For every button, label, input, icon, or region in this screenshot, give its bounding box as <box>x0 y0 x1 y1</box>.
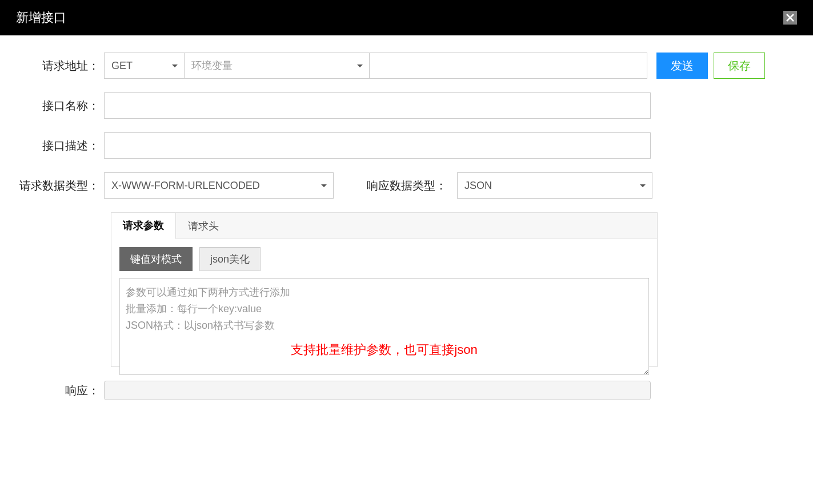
json-beautify-button[interactable]: json美化 <box>199 247 261 271</box>
tab-request-params[interactable]: 请求参数 <box>111 213 176 239</box>
api-name-row: 接口名称： <box>6 92 796 119</box>
tabs-body: 键值对模式 json美化 支持批量维护参数，也可直接json <box>111 239 657 366</box>
url-input[interactable] <box>370 53 647 79</box>
api-desc-input[interactable] <box>104 132 651 159</box>
res-data-type-select[interactable]: JSON <box>457 172 652 199</box>
params-textarea[interactable] <box>119 278 649 375</box>
env-select[interactable]: 环境变量 <box>185 53 370 79</box>
save-button[interactable]: 保存 <box>714 53 765 79</box>
res-data-type-label: 响应数据类型： <box>334 178 457 193</box>
request-url-row: 请求地址： GET 环境变量 发送 保存 <box>6 53 796 79</box>
response-row: 响应： <box>6 381 796 400</box>
method-select[interactable]: GET <box>104 53 185 79</box>
api-name-label: 接口名称： <box>6 98 104 114</box>
response-label: 响应： <box>6 383 104 398</box>
request-url-inputs: GET 环境变量 发送 保存 <box>104 53 796 79</box>
tab-request-headers[interactable]: 请求头 <box>176 213 231 239</box>
api-desc-label: 接口描述： <box>6 138 104 154</box>
send-button[interactable]: 发送 <box>656 53 708 79</box>
modal-header: 新增接口 <box>0 0 813 35</box>
req-data-type-label: 请求数据类型： <box>6 178 104 193</box>
response-bar[interactable] <box>104 381 651 400</box>
request-url-label: 请求地址： <box>6 58 104 74</box>
req-data-type-select[interactable]: X-WWW-FORM-URLENCODED <box>104 172 334 199</box>
tabs-header: 请求参数 请求头 <box>111 213 657 239</box>
param-area-wrap: 支持批量维护参数，也可直接json <box>119 278 649 358</box>
api-name-input[interactable] <box>104 92 651 119</box>
api-desc-row: 接口描述： <box>6 132 796 159</box>
modal-title: 新增接口 <box>16 9 66 26</box>
param-mode-buttons: 键值对模式 json美化 <box>119 247 649 271</box>
kv-mode-button[interactable]: 键值对模式 <box>119 247 193 271</box>
params-tabs-container: 请求参数 请求头 键值对模式 json美化 支持批量维护参数，也可直接json <box>111 212 658 367</box>
data-type-row: 请求数据类型： X-WWW-FORM-URLENCODED 响应数据类型： JS… <box>6 172 796 199</box>
close-icon[interactable] <box>783 11 797 25</box>
form-body: 请求地址： GET 环境变量 发送 保存 接口名称： 接口描述： 请求数据类型：… <box>0 35 813 417</box>
